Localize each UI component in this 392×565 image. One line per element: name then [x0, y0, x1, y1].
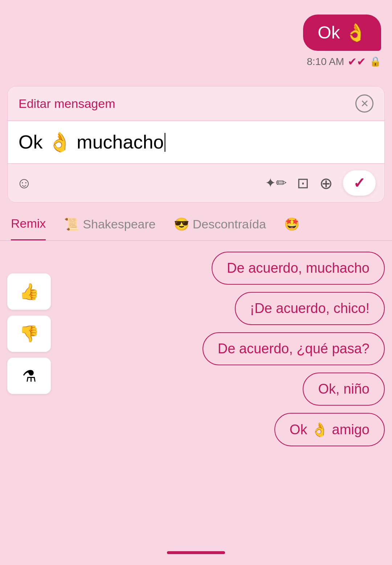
text-cursor: [164, 133, 166, 152]
thumbs-up-icon: 👍: [19, 282, 39, 301]
emoji-picker-button[interactable]: ☺: [16, 174, 32, 192]
tab-more-emoji: 🤩: [284, 217, 299, 231]
suggestion-5[interactable]: Ok 👌 amigo: [274, 413, 385, 446]
message-timestamp: 8:10 AM: [307, 56, 344, 68]
bottom-handle-area: [0, 544, 392, 561]
check-icon: ✓: [353, 175, 366, 191]
tab-shakespeare-label: Shakespeare: [83, 217, 155, 231]
sent-message-bubble: Ok 👌: [303, 15, 381, 51]
edit-header: Editar mensagem ✕: [8, 86, 384, 121]
tab-remix-label: Remix: [11, 216, 46, 231]
suggestion-3[interactable]: De acuerdo, ¿qué pasa?: [203, 332, 385, 365]
suggestion-4[interactable]: Ok, niño: [303, 373, 385, 406]
tab-descontraida-label: Descontraída: [193, 217, 266, 231]
thumbs-up-button[interactable]: 👍: [7, 273, 51, 310]
ai-rewrite-button[interactable]: ✦✏: [265, 175, 287, 191]
toolbar-right: ✦✏ ⊡ ⊕ ✓: [265, 170, 376, 196]
edit-input-field[interactable]: Ok 👌 muchacho: [8, 121, 384, 164]
suggestion-1-text: De acuerdo, muchacho: [227, 260, 369, 276]
tab-shakespeare[interactable]: 📜 Shakespeare: [64, 207, 155, 240]
suggestion-4-text: Ok, niño: [318, 381, 369, 397]
lock-icon: 🔒: [369, 56, 381, 67]
message-meta: 8:10 AM ✔✔ 🔒: [307, 55, 381, 68]
sent-message-text: Ok 👌: [318, 23, 367, 43]
thumbs-down-button[interactable]: 👎: [7, 316, 51, 352]
thumbs-down-icon: 👎: [19, 324, 39, 343]
close-icon: ✕: [360, 98, 369, 110]
edit-toolbar: ☺ ✦✏ ⊡ ⊕ ✓: [8, 164, 384, 202]
suggestion-2-text: ¡De acuerdo, chico!: [250, 301, 370, 316]
suggestion-3-text: De acuerdo, ¿qué pasa?: [218, 341, 369, 357]
suggestions-area: 👍 👎 ⚗ De acuerdo, muchacho ¡De acuerdo, …: [0, 241, 392, 457]
remix-section: Remix 📜 Shakespeare 😎 Descontraída 🤩 👍 👎…: [0, 206, 392, 457]
tab-descontraida[interactable]: 😎 Descontraída: [174, 207, 266, 240]
edit-label: Editar mensagem: [19, 97, 115, 111]
tab-descontraida-emoji: 😎: [174, 217, 189, 231]
suggestion-1[interactable]: De acuerdo, muchacho: [212, 252, 385, 285]
suggestion-2[interactable]: ¡De acuerdo, chico!: [235, 292, 385, 325]
tab-more[interactable]: 🤩: [284, 207, 299, 240]
tabs-bar: Remix 📜 Shakespeare 😎 Descontraída 🤩: [0, 206, 392, 241]
read-receipt-icon: ✔✔: [348, 55, 366, 68]
edit-input-text: Ok 👌 muchacho: [19, 131, 164, 153]
add-button[interactable]: ⊕: [319, 174, 333, 192]
chat-area: Ok 👌 8:10 AM ✔✔ 🔒: [0, 0, 392, 82]
tab-shakespeare-emoji: 📜: [64, 217, 79, 231]
image-picker-button[interactable]: ⊡: [297, 175, 309, 191]
bottom-handle-bar: [167, 551, 225, 554]
edit-panel: Editar mensagem ✕ Ok 👌 muchacho ☺ ✦✏ ⊡ ⊕…: [7, 86, 385, 203]
lab-button[interactable]: ⚗: [7, 358, 51, 394]
suggestions-list: De acuerdo, muchacho ¡De acuerdo, chico!…: [58, 252, 385, 446]
suggestion-5-text: Ok 👌 amigo: [290, 422, 369, 438]
tab-remix[interactable]: Remix: [11, 206, 46, 241]
confirm-edit-button[interactable]: ✓: [343, 170, 376, 196]
feedback-buttons: 👍 👎 ⚗: [7, 252, 51, 446]
close-edit-button[interactable]: ✕: [355, 94, 373, 113]
lab-icon: ⚗: [22, 367, 36, 385]
